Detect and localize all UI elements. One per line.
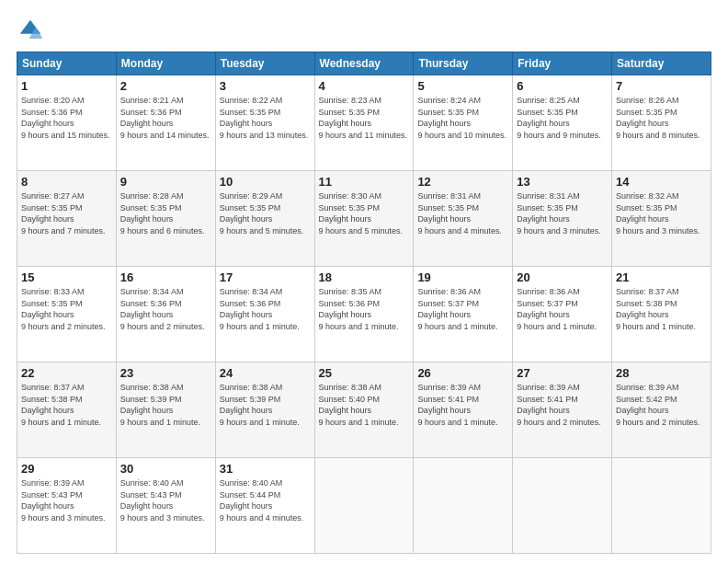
day-cell: 30Sunrise: 8:40 AMSunset: 5:43 PMDayligh…: [116, 458, 215, 554]
day-number: 16: [120, 270, 211, 284]
week-row-1: 1Sunrise: 8:20 AMSunset: 5:36 PMDaylight…: [17, 75, 711, 171]
header: [17, 17, 711, 44]
week-row-2: 8Sunrise: 8:27 AMSunset: 5:35 PMDaylight…: [17, 171, 711, 267]
day-cell: 9Sunrise: 8:28 AMSunset: 5:35 PMDaylight…: [116, 171, 215, 267]
day-cell: 28Sunrise: 8:39 AMSunset: 5:42 PMDayligh…: [612, 362, 711, 458]
day-number: 3: [220, 79, 311, 93]
day-info: Sunrise: 8:36 AMSunset: 5:37 PMDaylight …: [417, 287, 497, 331]
day-number: 8: [21, 175, 112, 189]
day-cell: 19Sunrise: 8:36 AMSunset: 5:37 PMDayligh…: [414, 267, 513, 362]
day-number: 9: [120, 175, 211, 189]
day-cell: 5Sunrise: 8:24 AMSunset: 5:35 PMDaylight…: [414, 75, 513, 171]
calendar-table: SundayMondayTuesdayWednesdayThursdayFrid…: [17, 52, 711, 554]
day-cell: 11Sunrise: 8:30 AMSunset: 5:35 PMDayligh…: [314, 171, 414, 267]
day-info: Sunrise: 8:34 AMSunset: 5:36 PMDaylight …: [220, 287, 300, 331]
day-number: 5: [417, 79, 508, 93]
day-info: Sunrise: 8:39 AMSunset: 5:42 PMDaylight …: [616, 383, 700, 427]
day-cell: 16Sunrise: 8:34 AMSunset: 5:36 PMDayligh…: [116, 267, 215, 362]
day-number: 19: [417, 270, 508, 284]
day-info: Sunrise: 8:27 AMSunset: 5:35 PMDaylight …: [21, 191, 106, 236]
day-info: Sunrise: 8:23 AMSunset: 5:35 PMDaylight …: [319, 96, 408, 140]
day-number: 11: [319, 175, 410, 189]
day-number: 18: [319, 270, 410, 284]
day-cell: 8Sunrise: 8:27 AMSunset: 5:35 PMDaylight…: [17, 171, 117, 267]
day-number: 31: [220, 462, 311, 476]
day-number: 4: [319, 79, 410, 93]
day-info: Sunrise: 8:39 AMSunset: 5:41 PMDaylight …: [517, 383, 601, 427]
day-number: 27: [517, 366, 608, 380]
day-number: 23: [120, 366, 211, 380]
day-cell: 27Sunrise: 8:39 AMSunset: 5:41 PMDayligh…: [513, 362, 612, 458]
day-info: Sunrise: 8:40 AMSunset: 5:43 PMDaylight …: [120, 478, 205, 523]
day-info: Sunrise: 8:33 AMSunset: 5:35 PMDaylight …: [21, 287, 106, 331]
week-row-5: 29Sunrise: 8:39 AMSunset: 5:43 PMDayligh…: [17, 458, 711, 554]
day-info: Sunrise: 8:31 AMSunset: 5:35 PMDaylight …: [417, 191, 502, 236]
day-cell: 17Sunrise: 8:34 AMSunset: 5:36 PMDayligh…: [215, 267, 314, 362]
day-cell: 1Sunrise: 8:20 AMSunset: 5:36 PMDaylight…: [17, 75, 117, 171]
day-number: 13: [517, 175, 608, 189]
day-cell: 31Sunrise: 8:40 AMSunset: 5:44 PMDayligh…: [215, 458, 314, 554]
day-cell: 15Sunrise: 8:33 AMSunset: 5:35 PMDayligh…: [17, 267, 117, 362]
day-cell: 23Sunrise: 8:38 AMSunset: 5:39 PMDayligh…: [116, 362, 215, 458]
day-cell: 10Sunrise: 8:29 AMSunset: 5:35 PMDayligh…: [215, 171, 314, 267]
day-info: Sunrise: 8:31 AMSunset: 5:35 PMDaylight …: [517, 191, 601, 236]
day-number: 7: [616, 79, 707, 93]
day-cell: 20Sunrise: 8:36 AMSunset: 5:37 PMDayligh…: [513, 267, 612, 362]
day-cell: [414, 458, 513, 554]
day-cell: 14Sunrise: 8:32 AMSunset: 5:35 PMDayligh…: [612, 171, 711, 267]
day-number: 30: [120, 462, 211, 476]
day-cell: 3Sunrise: 8:22 AMSunset: 5:35 PMDaylight…: [215, 75, 314, 171]
day-number: 1: [21, 79, 112, 93]
day-cell: 21Sunrise: 8:37 AMSunset: 5:38 PMDayligh…: [612, 267, 711, 362]
col-header-tuesday: Tuesday: [215, 52, 314, 75]
day-info: Sunrise: 8:22 AMSunset: 5:35 PMDaylight …: [220, 96, 309, 140]
day-cell: 2Sunrise: 8:21 AMSunset: 5:36 PMDaylight…: [116, 75, 215, 171]
day-info: Sunrise: 8:38 AMSunset: 5:40 PMDaylight …: [319, 383, 399, 427]
col-header-friday: Friday: [513, 52, 612, 75]
day-info: Sunrise: 8:24 AMSunset: 5:35 PMDaylight …: [417, 96, 506, 140]
day-number: 2: [120, 79, 211, 93]
col-header-thursday: Thursday: [414, 52, 513, 75]
day-info: Sunrise: 8:28 AMSunset: 5:35 PMDaylight …: [120, 191, 205, 236]
logo-icon: [17, 17, 44, 44]
col-header-wednesday: Wednesday: [314, 52, 414, 75]
calendar-body: 1Sunrise: 8:20 AMSunset: 5:36 PMDaylight…: [17, 75, 711, 554]
day-info: Sunrise: 8:20 AMSunset: 5:36 PMDaylight …: [21, 96, 110, 140]
day-cell: 26Sunrise: 8:39 AMSunset: 5:41 PMDayligh…: [414, 362, 513, 458]
header-row: SundayMondayTuesdayWednesdayThursdayFrid…: [17, 52, 711, 75]
day-number: 25: [319, 366, 410, 380]
logo: [17, 17, 48, 44]
col-header-monday: Monday: [116, 52, 215, 75]
day-info: Sunrise: 8:29 AMSunset: 5:35 PMDaylight …: [220, 191, 304, 236]
day-info: Sunrise: 8:36 AMSunset: 5:37 PMDaylight …: [517, 287, 597, 331]
day-cell: [612, 458, 711, 554]
day-cell: 12Sunrise: 8:31 AMSunset: 5:35 PMDayligh…: [414, 171, 513, 267]
day-number: 14: [616, 175, 707, 189]
day-number: 28: [616, 366, 707, 380]
calendar-page: SundayMondayTuesdayWednesdayThursdayFrid…: [0, 0, 728, 563]
week-row-4: 22Sunrise: 8:37 AMSunset: 5:38 PMDayligh…: [17, 362, 711, 458]
day-info: Sunrise: 8:35 AMSunset: 5:36 PMDaylight …: [319, 287, 399, 331]
day-number: 12: [417, 175, 508, 189]
day-number: 20: [517, 270, 608, 284]
day-cell: 4Sunrise: 8:23 AMSunset: 5:35 PMDaylight…: [314, 75, 414, 171]
day-cell: [513, 458, 612, 554]
day-info: Sunrise: 8:37 AMSunset: 5:38 PMDaylight …: [21, 383, 101, 427]
day-info: Sunrise: 8:39 AMSunset: 5:43 PMDaylight …: [21, 478, 106, 523]
day-number: 10: [220, 175, 311, 189]
day-number: 17: [220, 270, 311, 284]
day-info: Sunrise: 8:37 AMSunset: 5:38 PMDaylight …: [616, 287, 696, 331]
calendar-header: SundayMondayTuesdayWednesdayThursdayFrid…: [17, 52, 711, 75]
day-cell: 18Sunrise: 8:35 AMSunset: 5:36 PMDayligh…: [314, 267, 414, 362]
day-cell: 24Sunrise: 8:38 AMSunset: 5:39 PMDayligh…: [215, 362, 314, 458]
day-info: Sunrise: 8:38 AMSunset: 5:39 PMDaylight …: [220, 383, 300, 427]
day-cell: 25Sunrise: 8:38 AMSunset: 5:40 PMDayligh…: [314, 362, 414, 458]
col-header-saturday: Saturday: [612, 52, 711, 75]
day-number: 6: [517, 79, 608, 93]
week-row-3: 15Sunrise: 8:33 AMSunset: 5:35 PMDayligh…: [17, 267, 711, 362]
day-number: 29: [21, 462, 112, 476]
day-info: Sunrise: 8:39 AMSunset: 5:41 PMDaylight …: [417, 383, 497, 427]
day-info: Sunrise: 8:21 AMSunset: 5:36 PMDaylight …: [120, 96, 210, 140]
day-cell: 29Sunrise: 8:39 AMSunset: 5:43 PMDayligh…: [17, 458, 117, 554]
day-info: Sunrise: 8:25 AMSunset: 5:35 PMDaylight …: [517, 96, 601, 140]
